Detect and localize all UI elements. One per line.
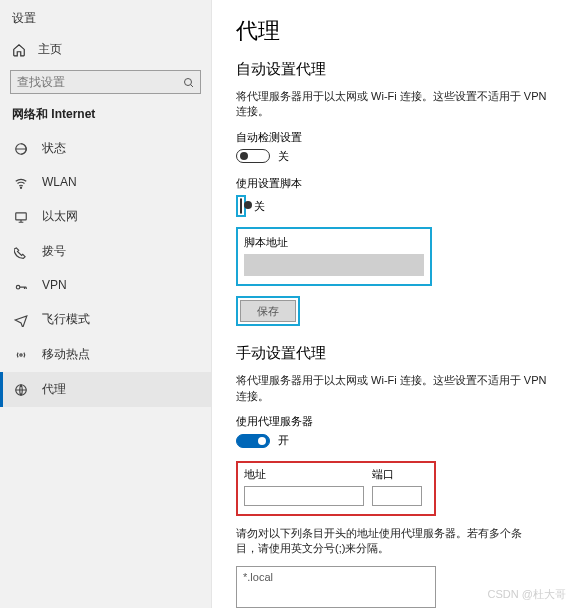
nav-label: 状态 xyxy=(42,140,66,157)
auto-section-title: 自动设置代理 xyxy=(236,60,556,79)
use-script-label: 使用设置脚本 xyxy=(236,176,556,191)
svg-point-3 xyxy=(20,187,21,188)
dialup-icon xyxy=(12,244,30,259)
home-label: 主页 xyxy=(38,41,62,58)
auto-detect-label: 自动检测设置 xyxy=(236,130,556,145)
group-label: 网络和 Internet xyxy=(0,106,211,131)
watermark: CSDN @杜大哥 xyxy=(488,587,566,602)
nav-label: 移动热点 xyxy=(42,346,90,363)
search-input[interactable] xyxy=(11,75,178,89)
nav-dialup[interactable]: 拨号 xyxy=(0,234,211,269)
port-input[interactable] xyxy=(372,486,422,506)
nav-label: 飞行模式 xyxy=(42,311,90,328)
svg-point-6 xyxy=(20,353,22,355)
nav-proxy[interactable]: 代理 xyxy=(0,372,211,407)
vpn-icon xyxy=(12,278,30,293)
nav-vpn[interactable]: VPN xyxy=(0,269,211,302)
toggle-off-icon xyxy=(240,198,242,214)
svg-point-5 xyxy=(16,285,20,289)
use-proxy-toggle[interactable]: 开 xyxy=(236,433,289,448)
auto-section-desc: 将代理服务器用于以太网或 Wi-Fi 连接。这些设置不适用于 VPN 连接。 xyxy=(236,89,556,120)
svg-line-1 xyxy=(191,84,194,87)
manual-section-desc: 将代理服务器用于以太网或 Wi-Fi 连接。这些设置不适用于 VPN 连接。 xyxy=(236,373,556,404)
address-port-group: 地址 端口 xyxy=(236,461,436,516)
nav-label: VPN xyxy=(42,278,67,292)
save-script-wrap: 保存 xyxy=(236,296,300,326)
nav-status[interactable]: 状态 xyxy=(0,131,211,166)
save-script-button: 保存 xyxy=(240,300,296,322)
nav-label: 拨号 xyxy=(42,243,66,260)
bypass-input[interactable]: *.local xyxy=(236,566,436,608)
script-address-input xyxy=(244,254,424,276)
search-box[interactable] xyxy=(10,70,201,94)
nav-hotspot[interactable]: 移动热点 xyxy=(0,337,211,372)
hotspot-icon xyxy=(12,347,30,362)
home-icon xyxy=(12,42,26,57)
port-label: 端口 xyxy=(372,467,422,482)
nav-wlan[interactable]: WLAN xyxy=(0,166,211,199)
highlight-box xyxy=(236,195,246,217)
nav-label: 以太网 xyxy=(42,208,78,225)
manual-section-title: 手动设置代理 xyxy=(236,344,556,363)
status-icon xyxy=(12,141,30,156)
address-label: 地址 xyxy=(244,467,364,482)
ethernet-icon xyxy=(12,209,30,224)
page-title: 代理 xyxy=(236,16,556,46)
use-proxy-label: 使用代理服务器 xyxy=(236,414,556,429)
nav-label: WLAN xyxy=(42,175,77,189)
nav-airplane[interactable]: 飞行模式 xyxy=(0,302,211,337)
use-script-state: 关 xyxy=(254,199,265,214)
address-input[interactable] xyxy=(244,486,364,506)
script-address-group: 脚本地址 xyxy=(236,227,432,286)
nav-label: 代理 xyxy=(42,381,66,398)
app-title: 设置 xyxy=(0,6,211,35)
airplane-icon xyxy=(12,312,30,327)
toggle-off-icon xyxy=(236,149,270,163)
wifi-icon xyxy=(12,175,30,190)
bypass-desc: 请勿对以下列条目开头的地址使用代理服务器。若有多个条目，请使用英文分号(;)来分… xyxy=(236,526,536,557)
use-script-toggle[interactable]: 关 xyxy=(236,195,265,217)
search-icon xyxy=(178,75,200,89)
auto-detect-toggle[interactable]: 关 xyxy=(236,149,289,164)
proxy-icon xyxy=(12,382,30,397)
auto-detect-state: 关 xyxy=(278,149,289,164)
use-proxy-state: 开 xyxy=(278,433,289,448)
nav-ethernet[interactable]: 以太网 xyxy=(0,199,211,234)
toggle-on-icon xyxy=(236,434,270,448)
home-nav[interactable]: 主页 xyxy=(0,35,211,66)
svg-rect-4 xyxy=(16,213,27,220)
svg-point-0 xyxy=(185,78,192,85)
script-address-label: 脚本地址 xyxy=(244,235,424,250)
